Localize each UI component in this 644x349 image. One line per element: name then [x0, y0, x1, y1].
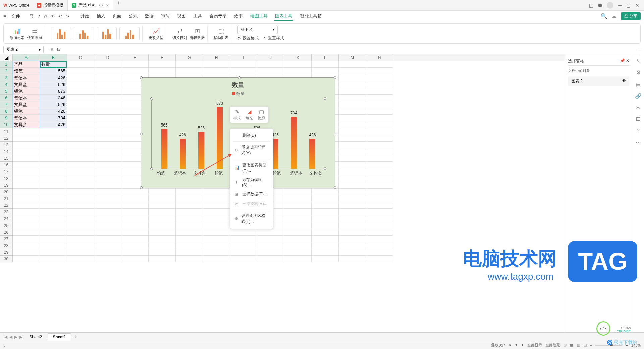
- cell[interactable]: [67, 88, 94, 95]
- preset-2[interactable]: [74, 27, 94, 40]
- row-header[interactable]: 13: [0, 142, 13, 148]
- chart-legend[interactable]: 数量: [141, 89, 335, 99]
- next-sheet-icon[interactable]: ▶: [14, 335, 17, 339]
- cell[interactable]: [149, 202, 176, 209]
- cell[interactable]: [40, 128, 67, 135]
- fx-icon[interactable]: fx: [57, 47, 60, 52]
- cell[interactable]: [339, 142, 366, 148]
- cell[interactable]: [366, 182, 393, 189]
- resize-handle[interactable]: [140, 76, 143, 79]
- cell[interactable]: [149, 256, 176, 262]
- row-header[interactable]: 15: [0, 155, 13, 162]
- cell[interactable]: [40, 236, 67, 242]
- row-header[interactable]: 4: [0, 81, 13, 88]
- stack-order[interactable]: 叠放次序: [491, 343, 506, 348]
- tab-formula[interactable]: 公式: [128, 12, 138, 21]
- cell[interactable]: [339, 182, 366, 189]
- cell[interactable]: [67, 121, 94, 128]
- cell[interactable]: [67, 115, 94, 121]
- cell[interactable]: [312, 249, 339, 256]
- cell[interactable]: [284, 222, 312, 229]
- cell[interactable]: [67, 155, 94, 162]
- sheet-tab[interactable]: Sheet2: [24, 333, 47, 341]
- print-icon[interactable]: ⎙: [44, 14, 47, 19]
- col-header[interactable]: N: [366, 54, 393, 61]
- cell[interactable]: [94, 108, 121, 115]
- cell[interactable]: [94, 249, 121, 256]
- row-header[interactable]: 25: [0, 222, 13, 229]
- cell[interactable]: [366, 242, 393, 249]
- switch-row-col-button[interactable]: ⇄切换行列: [172, 27, 187, 40]
- cell[interactable]: [176, 242, 203, 249]
- preset-1[interactable]: [51, 27, 71, 40]
- cell[interactable]: [94, 215, 121, 222]
- row-header[interactable]: 8: [0, 108, 13, 115]
- cell[interactable]: 426: [40, 74, 67, 81]
- cell[interactable]: [366, 115, 393, 121]
- cell[interactable]: [366, 175, 393, 182]
- cell[interactable]: [13, 202, 40, 209]
- outline-button[interactable]: ▢轮廓: [258, 109, 265, 121]
- cell[interactable]: [121, 61, 149, 68]
- row-header[interactable]: 27: [0, 236, 13, 242]
- cell[interactable]: [230, 68, 257, 74]
- preview-icon[interactable]: 👁: [50, 14, 55, 19]
- col-header[interactable]: L: [312, 54, 339, 61]
- cloud-icon[interactable]: ☁: [611, 13, 617, 19]
- cell[interactable]: [339, 222, 366, 229]
- cell[interactable]: [149, 242, 176, 249]
- cell[interactable]: [366, 209, 393, 215]
- cell[interactable]: [94, 128, 121, 135]
- row-header[interactable]: 17: [0, 168, 13, 175]
- cell[interactable]: [203, 68, 230, 74]
- col-header[interactable]: M: [339, 54, 366, 61]
- cell[interactable]: [366, 229, 393, 236]
- cell[interactable]: [94, 61, 121, 68]
- cell[interactable]: [94, 74, 121, 81]
- crop-icon[interactable]: ✂: [636, 105, 640, 111]
- set-format-button[interactable]: ⚙设置格式: [237, 35, 259, 41]
- ctx-change-type[interactable]: 📊更改图表类型(Y)...: [230, 160, 273, 175]
- tab-close-icon[interactable]: ×: [106, 3, 109, 8]
- more-icon[interactable]: ⋯: [636, 139, 641, 146]
- cell[interactable]: [257, 256, 284, 262]
- cell[interactable]: [121, 209, 149, 215]
- cell[interactable]: [366, 108, 393, 115]
- cell[interactable]: [339, 88, 366, 95]
- cell[interactable]: [13, 256, 40, 262]
- cell[interactable]: [13, 182, 40, 189]
- cell[interactable]: [257, 61, 284, 68]
- cell[interactable]: [230, 256, 257, 262]
- cell[interactable]: [339, 101, 366, 108]
- cell[interactable]: [13, 249, 40, 256]
- cell[interactable]: [40, 162, 67, 168]
- cell[interactable]: [366, 142, 393, 148]
- cell[interactable]: [94, 209, 121, 215]
- tab-review[interactable]: 审阅: [160, 12, 170, 21]
- view-normal-icon[interactable]: ⊞: [564, 343, 567, 347]
- first-sheet-icon[interactable]: |◀: [3, 335, 7, 339]
- cell[interactable]: [149, 68, 176, 74]
- ctx-delete[interactable]: 删除(D): [230, 131, 273, 140]
- cell[interactable]: [203, 222, 230, 229]
- cell[interactable]: [40, 148, 67, 155]
- cell[interactable]: [94, 148, 121, 155]
- cell[interactable]: [257, 229, 284, 236]
- cell[interactable]: [149, 222, 176, 229]
- cell[interactable]: [40, 155, 67, 162]
- cell[interactable]: [94, 135, 121, 142]
- cell[interactable]: [176, 236, 203, 242]
- cell[interactable]: 346: [40, 95, 67, 101]
- cell[interactable]: [312, 61, 339, 68]
- tab-product-xlsx[interactable]: S 产品.xlsx ×: [68, 0, 113, 10]
- cell[interactable]: [366, 168, 393, 175]
- cell[interactable]: [203, 195, 230, 202]
- cell[interactable]: [94, 81, 121, 88]
- sheet-tab-active[interactable]: Sheet1: [48, 333, 71, 341]
- cell[interactable]: [40, 168, 67, 175]
- cell[interactable]: [13, 229, 40, 236]
- cell[interactable]: [40, 242, 67, 249]
- resize-handle[interactable]: [334, 76, 336, 79]
- cell[interactable]: [149, 209, 176, 215]
- cell[interactable]: [366, 148, 393, 155]
